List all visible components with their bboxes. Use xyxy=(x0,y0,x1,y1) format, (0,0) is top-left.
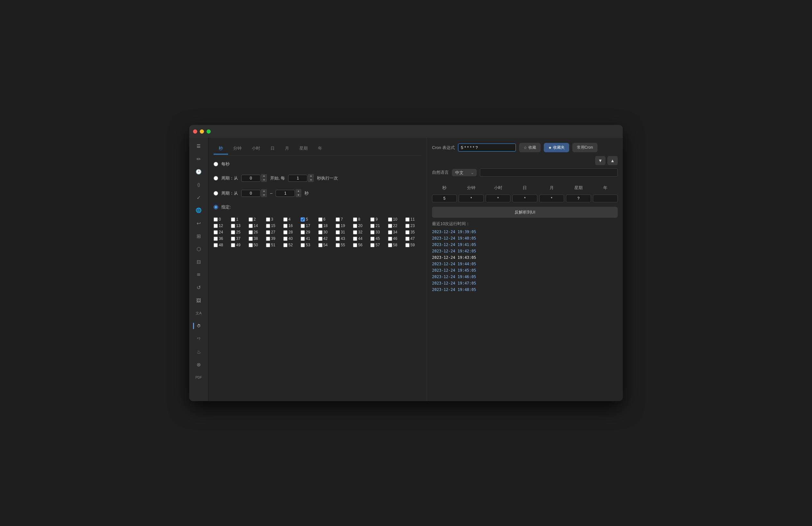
reverse-parse-button[interactable]: 反解析到UI xyxy=(432,207,618,218)
clock-icon[interactable]: 🕐 xyxy=(193,166,205,178)
java-icon[interactable]: ♨ xyxy=(193,346,205,357)
maximize-button[interactable] xyxy=(206,129,211,134)
period2-radio[interactable] xyxy=(214,191,218,195)
checkbox-9[interactable] xyxy=(370,217,375,222)
common-cron-button[interactable]: 常用Cron xyxy=(572,143,597,152)
checkbox-10[interactable] xyxy=(388,217,392,222)
cron-day-input[interactable] xyxy=(512,194,537,202)
cron-minutes-input[interactable] xyxy=(459,194,483,202)
checkbox-31[interactable] xyxy=(336,230,340,234)
checkbox-53[interactable] xyxy=(301,243,305,247)
period1-from-input[interactable] xyxy=(241,175,261,182)
checkbox-20[interactable] xyxy=(353,224,357,228)
table-icon[interactable]: ⊞ xyxy=(193,230,205,242)
checkbox-40[interactable] xyxy=(283,237,288,241)
checkbox-55[interactable] xyxy=(336,243,340,247)
checkbox-36[interactable] xyxy=(214,237,218,241)
image-icon[interactable]: 🖼 xyxy=(193,294,205,306)
every-second-radio[interactable] xyxy=(214,162,218,166)
tab-hours[interactable]: 小时 xyxy=(247,143,265,155)
checkbox-14[interactable] xyxy=(249,224,253,228)
tab-weekday[interactable]: 星期 xyxy=(294,143,313,155)
checkbox-33[interactable] xyxy=(370,230,375,234)
checkbox-44[interactable] xyxy=(353,237,357,241)
pdf-icon[interactable]: PDF xyxy=(193,371,205,383)
checkbox-18[interactable] xyxy=(318,224,322,228)
checkbox-3[interactable] xyxy=(266,217,270,222)
cron-year-input[interactable] xyxy=(593,194,618,202)
cron-month-input[interactable] xyxy=(539,194,564,202)
checkbox-1[interactable] xyxy=(231,217,235,222)
arrow-down-button[interactable]: ▼ xyxy=(595,156,606,165)
wifi-icon[interactable]: ≋ xyxy=(193,269,205,280)
checkbox-15[interactable] xyxy=(266,224,270,228)
minimize-button[interactable] xyxy=(200,129,204,134)
checkbox-23[interactable] xyxy=(405,224,409,228)
period2-to-down[interactable]: ▼ xyxy=(295,193,301,197)
cron-expression-input[interactable] xyxy=(458,144,516,151)
checkbox-28[interactable] xyxy=(283,230,288,234)
checkbox-30[interactable] xyxy=(318,230,322,234)
pencil-icon[interactable]: ✏ xyxy=(193,153,205,165)
close-button[interactable] xyxy=(193,129,197,134)
checkbox-29[interactable] xyxy=(301,230,305,234)
period2-from-up[interactable]: ▲ xyxy=(261,189,267,193)
checkbox-0[interactable] xyxy=(214,217,218,222)
period2-from-input[interactable] xyxy=(241,190,261,197)
checkbox-54[interactable] xyxy=(318,243,322,247)
checkbox-32[interactable] xyxy=(353,230,357,234)
cron-hours-input[interactable] xyxy=(485,194,510,202)
checkbox-24[interactable] xyxy=(214,230,218,234)
translate-icon[interactable]: 文A xyxy=(193,307,205,319)
cron-weekday-input[interactable] xyxy=(566,194,591,202)
checkbox-5[interactable] xyxy=(301,217,305,222)
timer-icon[interactable]: ⏱ xyxy=(193,320,205,332)
checkbox-6[interactable] xyxy=(318,217,322,222)
checkbox-49[interactable] xyxy=(231,243,235,247)
checkbox-4[interactable] xyxy=(283,217,288,222)
checkbox-59[interactable] xyxy=(405,243,409,247)
checkbox-57[interactable] xyxy=(370,243,375,247)
checkbox-47[interactable] xyxy=(405,237,409,241)
cron-seconds-input[interactable] xyxy=(432,194,457,202)
checkbox-46[interactable] xyxy=(388,237,392,241)
arrow-up-button[interactable]: ▲ xyxy=(607,156,618,165)
tab-minutes[interactable]: 分钟 xyxy=(228,143,247,155)
period1-every-input[interactable] xyxy=(288,175,307,182)
cube-icon[interactable]: ⬡ xyxy=(193,243,205,255)
checkbox-48[interactable] xyxy=(214,243,218,247)
period1-radio[interactable] xyxy=(214,176,218,180)
checkbox-43[interactable] xyxy=(336,237,340,241)
checkbox-12[interactable] xyxy=(214,224,218,228)
checkbox-51[interactable] xyxy=(266,243,270,247)
question-icon[interactable]: *? xyxy=(193,333,205,345)
checkbox-22[interactable] xyxy=(388,224,392,228)
checkbox-2[interactable] xyxy=(249,217,253,222)
favorites-button[interactable]: ★ 收藏夹 xyxy=(544,143,569,152)
braces-icon[interactable]: {} xyxy=(193,179,205,190)
checkbox-58[interactable] xyxy=(388,243,392,247)
period1-from-up[interactable]: ▲ xyxy=(261,174,267,178)
grid-icon[interactable]: ⊟ xyxy=(193,256,205,267)
period2-to-input[interactable] xyxy=(276,190,295,197)
period1-from-down[interactable]: ▼ xyxy=(261,178,267,182)
tab-day[interactable]: 日 xyxy=(265,143,280,155)
checkbox-50[interactable] xyxy=(249,243,253,247)
checkbox-38[interactable] xyxy=(249,237,253,241)
tab-seconds[interactable]: 秒 xyxy=(214,143,228,155)
period1-every-up[interactable]: ▲ xyxy=(308,174,314,178)
cross-circle-icon[interactable]: ⊗ xyxy=(193,359,205,370)
checkbox-34[interactable] xyxy=(388,230,392,234)
checkbox-21[interactable] xyxy=(370,224,375,228)
checkbox-41[interactable] xyxy=(301,237,305,241)
globe-icon[interactable]: 🌐 xyxy=(193,205,205,216)
language-select[interactable]: 中文 English xyxy=(452,169,477,176)
period1-every-down[interactable]: ▼ xyxy=(308,178,314,182)
refresh-icon[interactable]: ↺ xyxy=(193,282,205,293)
checkbox-17[interactable] xyxy=(301,224,305,228)
return-icon[interactable]: ↩ xyxy=(193,217,205,229)
checkbox-35[interactable] xyxy=(405,230,409,234)
check-icon[interactable]: ✓ xyxy=(193,192,205,203)
checkbox-39[interactable] xyxy=(266,237,270,241)
checkbox-19[interactable] xyxy=(336,224,340,228)
